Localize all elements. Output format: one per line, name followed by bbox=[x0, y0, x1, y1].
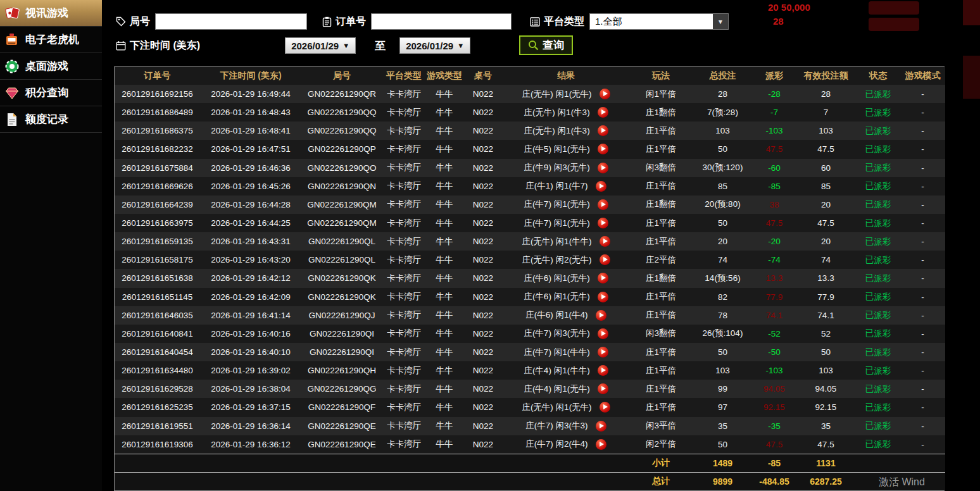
table-no-cell: N022 bbox=[463, 177, 503, 196]
total-bet-cell: 99 bbox=[693, 380, 753, 398]
column-header: 订单号 bbox=[115, 67, 200, 85]
play-video-icon[interactable] bbox=[598, 107, 608, 118]
order-no-cell: 260129161625235 bbox=[115, 398, 200, 416]
play-video-icon[interactable] bbox=[596, 181, 606, 192]
table-row: 2601291616642392026-01-29 16:44:28GN0222… bbox=[115, 196, 945, 214]
play-video-icon[interactable] bbox=[600, 254, 610, 265]
column-header: 玩法 bbox=[629, 67, 693, 85]
gem-icon bbox=[4, 85, 20, 101]
payout-cell: -103 bbox=[753, 361, 796, 380]
order-no-cell: 260129161682232 bbox=[115, 140, 200, 158]
play-video-icon[interactable] bbox=[600, 89, 610, 99]
platform-cell: 卡卡湾厅 bbox=[382, 251, 425, 269]
result-text: 庄(无牛) 闲1(牛3) bbox=[524, 108, 589, 117]
round-no-label: 局号 bbox=[130, 15, 150, 28]
game-mode-cell: - bbox=[900, 288, 945, 306]
play-video-icon[interactable] bbox=[598, 218, 608, 228]
round-no-cell: GN022261290QJ bbox=[301, 306, 382, 325]
date-to-picker[interactable]: 2026/01/29 ▼ bbox=[399, 37, 470, 54]
bet-time-cell: 2026-01-29 16:42:09 bbox=[200, 288, 301, 306]
play-video-icon[interactable] bbox=[598, 383, 608, 394]
order-no-cell: 260129161658175 bbox=[115, 251, 200, 269]
table-row: 2601291616516382026-01-29 16:42:12GN0222… bbox=[115, 269, 945, 287]
payout-cell: -85 bbox=[753, 177, 796, 196]
table-no-cell: N022 bbox=[463, 232, 503, 251]
play-video-icon[interactable] bbox=[596, 439, 606, 450]
table-row: 2601291616822322026-01-29 16:47:51GN0222… bbox=[115, 140, 945, 158]
game-mode-cell: - bbox=[900, 380, 945, 398]
play-video-icon[interactable] bbox=[600, 402, 610, 413]
game-type-cell: 牛牛 bbox=[425, 196, 463, 214]
bet-records-panel: 订单号下注时间 (美东)局号平台类型游戏类型桌号结果玩法总投注派彩有效投注额状态… bbox=[114, 66, 945, 491]
table-header: 订单号下注时间 (美东)局号平台类型游戏类型桌号结果玩法总投注派彩有效投注额状态… bbox=[115, 67, 945, 85]
chevron-down-icon: ▼ bbox=[713, 14, 728, 29]
clipboard-icon bbox=[322, 16, 332, 27]
play-video-icon[interactable] bbox=[596, 421, 606, 432]
game-mode-cell: - bbox=[900, 103, 945, 121]
bet-time-cell: 2026-01-29 16:40:16 bbox=[200, 325, 301, 343]
order-no-input[interactable] bbox=[371, 13, 512, 30]
table-row: 2601291616252352026-01-29 16:37:15GN0222… bbox=[115, 398, 945, 416]
query-button[interactable]: 查询 bbox=[519, 35, 573, 55]
payout-cell: 74.1 bbox=[753, 306, 796, 325]
play-video-icon[interactable] bbox=[598, 125, 608, 136]
game-type-cell: 牛牛 bbox=[425, 417, 463, 435]
tag-icon bbox=[116, 16, 126, 27]
platform-cell: 卡卡湾厅 bbox=[382, 121, 425, 140]
sidebar-item-label: 额度记录 bbox=[25, 112, 68, 127]
valid-bet-cell: 74 bbox=[796, 251, 856, 269]
sidebar-item-points-query[interactable]: 积分查询 bbox=[0, 80, 102, 106]
status-cell: 已派彩 bbox=[856, 361, 900, 380]
total-bet-cell: 50 bbox=[693, 435, 753, 454]
play-video-icon[interactable] bbox=[598, 273, 608, 283]
table-row: 2601291616460352026-01-29 16:41:14GN0222… bbox=[115, 306, 945, 325]
play-method-cell: 庄1平倍 bbox=[629, 140, 693, 158]
play-video-icon[interactable] bbox=[598, 347, 608, 357]
game-mode-cell: - bbox=[900, 140, 945, 158]
result-cell: 庄(无牛) 闲1(牛牛) bbox=[503, 232, 629, 251]
platform-cell: 卡卡湾厅 bbox=[382, 361, 425, 380]
round-no-cell: GN022261290QL bbox=[301, 232, 382, 251]
play-video-icon[interactable] bbox=[598, 199, 608, 210]
sidebar-item-slots[interactable]: 电子老虎机 bbox=[0, 27, 102, 53]
game-mode-cell: - bbox=[900, 306, 945, 325]
table-row: 2601291616193062026-01-29 16:36:12GN0222… bbox=[115, 435, 945, 454]
sidebar-item-table-games[interactable]: 桌面游戏 bbox=[0, 53, 102, 80]
status-cell: 已派彩 bbox=[856, 214, 900, 232]
table-no-cell: N022 bbox=[463, 269, 503, 287]
order-no-cell: 260129161675884 bbox=[115, 159, 200, 177]
game-type-cell: 牛牛 bbox=[425, 361, 463, 380]
result-cell: 庄(牛7) 闲1(无牛) bbox=[503, 196, 629, 214]
play-video-icon[interactable] bbox=[600, 236, 610, 247]
result-text: 庄(牛7) 闲2(牛4) bbox=[525, 439, 587, 449]
result-cell: 庄(无牛) 闲1(无牛) bbox=[503, 85, 629, 103]
round-no-cell: GN022261290QQ bbox=[301, 121, 382, 140]
bet-records-table: 订单号下注时间 (美东)局号平台类型游戏类型桌号结果玩法总投注派彩有效投注额状态… bbox=[115, 67, 945, 490]
table-no-cell: N022 bbox=[463, 325, 503, 343]
play-video-icon[interactable] bbox=[598, 328, 608, 339]
subtotal-row: 小计 1489 -85 1131 bbox=[115, 454, 945, 472]
column-header: 派彩 bbox=[753, 67, 796, 85]
table-no-cell: N022 bbox=[463, 121, 503, 140]
total-bet-cell: 20 bbox=[693, 232, 753, 251]
date-from-picker[interactable]: 2026/01/29 ▼ bbox=[285, 37, 356, 54]
chevron-down-icon: ▼ bbox=[342, 42, 349, 49]
round-no-cell: GN022261290QK bbox=[301, 288, 382, 306]
sidebar-item-quota-records[interactable]: 额度记录 bbox=[0, 106, 102, 133]
total-bet-cell: 78 bbox=[693, 306, 753, 325]
play-video-icon[interactable] bbox=[598, 163, 608, 173]
result-text: 庄(牛4) 闲1(牛牛) bbox=[524, 366, 589, 375]
result-cell: 庄(牛4) 闲1(牛牛) bbox=[503, 361, 629, 380]
platform-cell: 卡卡湾厅 bbox=[382, 343, 425, 361]
game-type-cell: 牛牛 bbox=[425, 85, 463, 103]
play-video-icon[interactable] bbox=[598, 292, 608, 302]
play-video-icon[interactable] bbox=[596, 310, 606, 321]
play-video-icon[interactable] bbox=[598, 144, 608, 154]
platform-cell: 卡卡湾厅 bbox=[382, 325, 425, 343]
result-cell: 庄(无牛) 闲1(牛3) bbox=[503, 121, 629, 140]
round-no-input[interactable] bbox=[155, 13, 307, 30]
play-video-icon[interactable] bbox=[598, 365, 608, 376]
total-bet-cell: 103 bbox=[693, 361, 753, 380]
sidebar-item-video-games[interactable]: 视讯游戏 bbox=[0, 0, 102, 27]
platform-type-select[interactable]: 1.全部 ▼ bbox=[589, 13, 729, 30]
